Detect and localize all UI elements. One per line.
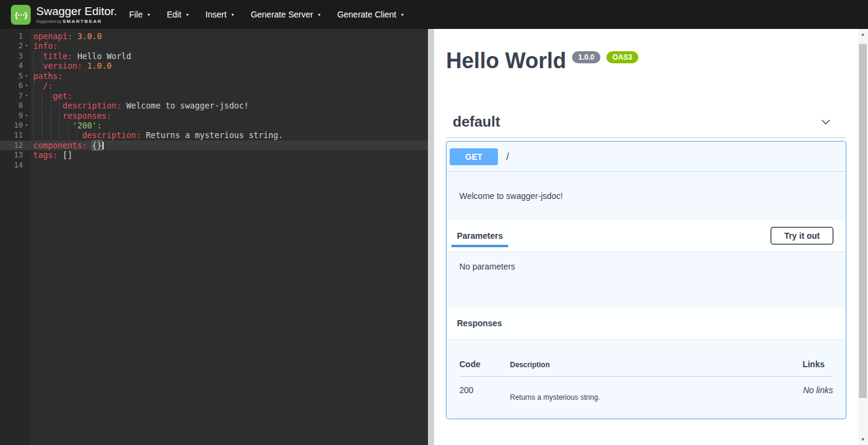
yaml-code-editor[interactable]: 1 openapi: 3.0.0 2▾ info: 3 title: Hello… bbox=[0, 29, 428, 445]
col-header-links: Links bbox=[767, 359, 833, 369]
code-line[interactable]: 1 openapi: 3.0.0 bbox=[0, 31, 428, 41]
fold-arrow-icon[interactable]: ▾ bbox=[23, 121, 30, 130]
code-line[interactable]: 10▾ '200': bbox=[0, 121, 428, 130]
code-line[interactable]: 3 title: Hello World bbox=[0, 51, 428, 61]
caret-down-icon: ▾ bbox=[231, 12, 234, 17]
code-line[interactable]: 7▾ get: bbox=[0, 91, 428, 101]
line-number: 10 bbox=[0, 121, 23, 130]
line-number: 12 bbox=[0, 140, 23, 150]
menu-generate-server[interactable]: Generate Server▾ bbox=[242, 0, 329, 29]
api-docs-pane: Hello World 1.0.0 OAS3 default GET / Wel… bbox=[434, 29, 858, 445]
responses-table-header: Code Description Links bbox=[459, 351, 833, 377]
fold-arrow-icon[interactable]: ▾ bbox=[23, 41, 30, 51]
pane-splitter[interactable] bbox=[428, 29, 434, 445]
scroll-down-icon[interactable]: ▼ bbox=[858, 435, 868, 444]
tag-section-header[interactable]: default bbox=[446, 113, 846, 138]
code-line[interactable]: 6▾ /: bbox=[0, 81, 428, 90]
menu-file[interactable]: File▾ bbox=[121, 0, 159, 29]
brand-title: Swagger Editor. bbox=[36, 5, 117, 17]
response-code: 200 bbox=[459, 385, 510, 402]
line-number: 9 bbox=[0, 111, 23, 121]
vertical-scrollbar[interactable]: ▲ ▼ bbox=[858, 29, 868, 445]
response-description: Returns a mysterious string. bbox=[510, 385, 767, 402]
tab-parameters[interactable]: Parameters bbox=[451, 220, 508, 251]
line-number: 5 bbox=[0, 71, 23, 81]
try-it-out-button[interactable]: Try it out bbox=[770, 227, 834, 245]
code-line[interactable]: 13 tags: [] bbox=[0, 150, 428, 160]
http-method-badge: GET bbox=[450, 148, 498, 165]
col-header-code: Code bbox=[459, 359, 510, 369]
opblock-get: GET / Welcome to swagger-jsdoc! Paramete… bbox=[446, 141, 846, 419]
response-row: 200 Returns a mysterious string. No link… bbox=[459, 377, 833, 402]
col-header-description: Description bbox=[510, 359, 767, 369]
code-line[interactable]: 9▾ responses: bbox=[0, 111, 428, 121]
line-number: 13 bbox=[0, 150, 23, 160]
response-links: No links bbox=[767, 385, 833, 402]
menu-bar: File▾ Edit▾ Insert▾ Generate Server▾ Gen… bbox=[121, 0, 412, 29]
swagger-logo-icon: {⋯} bbox=[11, 5, 31, 25]
brand-link[interactable]: {⋯} Swagger Editor. Supported bySMARTBEA… bbox=[0, 5, 117, 25]
caret-down-icon: ▾ bbox=[186, 12, 189, 17]
line-number: 14 bbox=[0, 160, 23, 170]
menu-insert[interactable]: Insert▾ bbox=[197, 0, 242, 29]
chevron-down-icon[interactable] bbox=[820, 116, 832, 128]
code-line[interactable]: 8 description: Welcome to swagger-jsdoc! bbox=[0, 101, 428, 110]
brand-text: Swagger Editor. Supported bySMARTBEAR bbox=[36, 5, 117, 24]
line-number: 2 bbox=[0, 41, 23, 51]
line-number: 4 bbox=[0, 61, 23, 71]
fold-arrow-icon[interactable]: ▾ bbox=[23, 81, 30, 90]
line-number: 1 bbox=[0, 31, 23, 41]
code-line-active[interactable]: 12 components: {} bbox=[0, 140, 428, 150]
code-line[interactable]: 14 bbox=[0, 160, 428, 170]
operation-summary[interactable]: GET / bbox=[447, 142, 846, 172]
menu-edit[interactable]: Edit▾ bbox=[159, 0, 197, 29]
version-badge: 1.0.0 bbox=[572, 51, 600, 63]
api-title: Hello World 1.0.0 OAS3 bbox=[446, 49, 846, 72]
line-number: 7 bbox=[0, 91, 23, 101]
caret-down-icon: ▾ bbox=[401, 12, 403, 17]
api-info: Hello World 1.0.0 OAS3 bbox=[446, 29, 846, 72]
oas3-badge: OAS3 bbox=[606, 51, 638, 63]
fold-arrow-icon[interactable]: ▾ bbox=[23, 71, 30, 81]
caret-down-icon: ▾ bbox=[148, 12, 150, 17]
code-line[interactable]: 5▾ paths: bbox=[0, 71, 428, 81]
responses-heading: Responses bbox=[451, 318, 502, 328]
brand-tagline: Supported bySMARTBEAR bbox=[36, 19, 117, 24]
line-number: 3 bbox=[0, 51, 23, 61]
fold-arrow-icon[interactable]: ▾ bbox=[23, 91, 30, 101]
line-number: 8 bbox=[0, 101, 23, 110]
operation-path: / bbox=[506, 151, 509, 162]
scrollbar-thumb[interactable] bbox=[859, 44, 867, 398]
text-cursor bbox=[102, 142, 104, 150]
tag-name: default bbox=[453, 113, 500, 130]
fold-arrow-icon[interactable]: ▾ bbox=[23, 111, 30, 121]
topbar: {⋯} Swagger Editor. Supported bySMARTBEA… bbox=[0, 0, 868, 29]
code-line[interactable]: 2▾ info: bbox=[0, 41, 428, 51]
smartbear-logo: SMARTBEAR bbox=[63, 19, 102, 24]
responses-header: Responses bbox=[447, 308, 846, 339]
scroll-up-icon[interactable]: ▲ bbox=[858, 30, 868, 39]
line-number: 6 bbox=[0, 81, 23, 90]
code-line[interactable]: 4 version: 1.0.0 bbox=[0, 61, 428, 71]
menu-generate-client[interactable]: Generate Client▾ bbox=[329, 0, 412, 29]
no-parameters-message: No parameters bbox=[447, 251, 846, 308]
responses-table: Code Description Links 200 Returns a mys… bbox=[447, 339, 846, 418]
parameters-header: Parameters Try it out bbox=[447, 220, 846, 251]
line-number: 11 bbox=[0, 130, 23, 140]
code-line[interactable]: 11 description: Returns a mysterious str… bbox=[0, 130, 428, 140]
caret-down-icon: ▾ bbox=[318, 12, 320, 17]
operation-description: Welcome to swagger-jsdoc! bbox=[447, 172, 846, 220]
